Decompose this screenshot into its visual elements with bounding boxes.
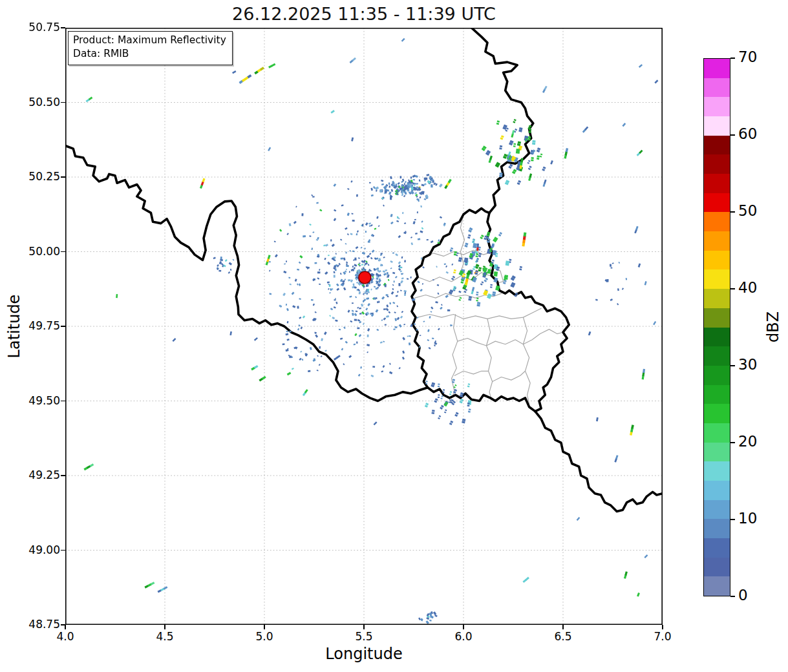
colorbar-segment [704,538,730,558]
x-tick-mark [65,625,66,629]
y-tick-label: 49.00 [0,543,60,556]
colorbar-segment [704,174,730,193]
x-tick-mark [562,625,564,629]
colorbar-segment [704,557,730,576]
colorbar-tick-label: 60 [738,125,757,142]
y-tick-mark [61,326,65,327]
colorbar-tick-label: 70 [738,48,757,65]
colorbar-segment [704,116,730,136]
colorbar-tick-mark [730,365,735,366]
colorbar-label: dBZ [764,311,782,342]
colorbar-tick-mark [730,211,735,213]
x-tick-label: 4.5 [156,630,173,643]
y-tick-mark [61,550,65,551]
x-tick-mark [164,625,165,629]
colorbar-segment [704,59,730,78]
colorbar-segment [704,231,730,251]
y-tick-mark [61,401,65,402]
colorbar-segment [704,404,730,423]
y-tick-label: 50.50 [0,96,60,109]
colorbar-segment [704,135,730,154]
colorbar-segment [704,346,730,366]
y-tick-label: 49.50 [0,394,60,407]
colorbar-tick-mark [730,519,735,520]
y-tick-label: 48.75 [0,618,60,631]
colorbar-segment [704,327,730,346]
colorbar-tick-label: 20 [738,433,757,450]
y-tick-mark [61,102,65,103]
colorbar-segment [704,499,730,519]
colorbar-tick-mark [730,596,735,597]
colorbar-segment [704,97,730,116]
x-tick-label: 4.0 [56,630,74,643]
y-tick-label: 49.75 [0,319,60,332]
colorbar-segment [704,519,730,538]
y-tick-label: 50.75 [0,21,60,34]
colorbar-tick-label: 30 [738,356,757,373]
colorbar-tick-mark [730,442,735,443]
colorbar-segment [704,154,730,174]
x-tick-label: 6.0 [454,630,472,643]
colorbar-tick-label: 50 [738,202,757,219]
x-tick-label: 5.5 [355,630,372,643]
y-tick-label: 49.25 [0,468,60,481]
colorbar-segment [704,481,730,500]
colorbar-segment [704,78,730,97]
x-axis-label: Longitude [65,645,663,663]
x-tick-mark [363,625,365,629]
y-tick-mark [61,176,65,178]
colorbar-segment [704,212,730,231]
colorbar-segment [704,461,730,481]
annotation-box: Product: Maximum Reflectivity Data: RMIB [68,31,233,65]
colorbar-tick-mark [730,134,735,136]
colorbar-segment [704,423,730,442]
colorbar-segment [704,384,730,404]
annotation-product-line: Product: Maximum Reflectivity [73,34,226,47]
colorbar-tick-label: 40 [738,279,757,296]
y-tick-mark [61,27,65,28]
chart-title: 26.12.2025 11:35 - 11:39 UTC [65,4,663,24]
x-tick-mark [463,625,464,629]
x-tick-mark [662,625,663,629]
colorbar-tick-mark [730,288,735,289]
radar-map-canvas [65,28,663,625]
x-tick-mark [264,625,265,629]
map-plot-area: Product: Maximum Reflectivity Data: RMIB [65,28,663,625]
y-tick-mark [61,475,65,476]
y-tick-label: 50.25 [0,170,60,183]
x-tick-label: 7.0 [654,630,671,643]
colorbar-segment [704,308,730,327]
colorbar-segment [704,269,730,289]
colorbar-segment [704,365,730,384]
colorbar-segment [704,442,730,461]
colorbar-tick-label: 0 [738,587,748,604]
colorbar-tick-label: 10 [738,510,757,527]
y-tick-mark [61,251,65,253]
colorbar-segment [704,250,730,269]
colorbar [703,58,730,596]
y-tick-label: 50.00 [0,245,60,258]
x-tick-label: 5.0 [255,630,273,643]
figure: 26.12.2025 11:35 - 11:39 UTC Product: Ma… [0,0,788,672]
y-tick-mark [61,624,65,625]
colorbar-segment [704,576,730,596]
colorbar-segment [704,289,730,308]
colorbar-segment [704,193,730,212]
x-tick-label: 6.5 [554,630,571,643]
annotation-data-line: Data: RMIB [73,47,226,61]
colorbar-tick-mark [730,58,735,59]
